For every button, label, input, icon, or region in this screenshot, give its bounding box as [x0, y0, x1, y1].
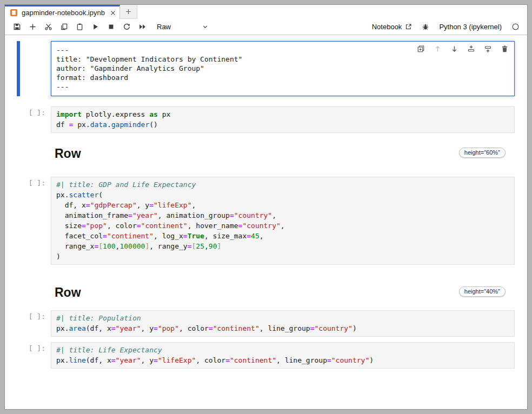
- active-cell-collapser[interactable]: [17, 41, 20, 96]
- cell-gutter: [ ]:: [5, 342, 51, 369]
- height-option-badge: height="60%": [459, 148, 506, 158]
- markdown-cell[interactable]: Rowheight="60%": [55, 146, 506, 161]
- code-cell: [ ]:#| title: Populationpx.area(df, x="y…: [5, 310, 527, 337]
- code-cell-editor[interactable]: #| title: Life Expectancypx.line(df, x="…: [51, 342, 515, 369]
- code-line: animation_frame="year", animation_group=…: [56, 210, 509, 221]
- code-token: "continent": [107, 232, 154, 240]
- code-token: 100: [103, 242, 115, 250]
- markdown-cell[interactable]: Rowheight="40%": [55, 285, 506, 300]
- code-line: df, x="gdpPercap", y="lifeExp",: [56, 200, 509, 210]
- code-token: as: [149, 110, 158, 118]
- new-tab-button[interactable]: [120, 5, 137, 19]
- code-token: area: [69, 324, 85, 332]
- insert-cell-below-button[interactable]: [25, 20, 41, 34]
- close-tab-icon[interactable]: [110, 10, 116, 16]
- execution-prompt: [ ]:: [29, 109, 45, 117]
- cell-type-value: Raw: [157, 23, 171, 31]
- restart-kernel-button[interactable]: [119, 20, 135, 34]
- code-cell: [ ]:#| title: Life Expectancypx.line(df,…: [5, 342, 527, 369]
- save-button[interactable]: [9, 20, 25, 34]
- code-token: ---: [56, 83, 69, 91]
- copy-cells-button[interactable]: [56, 20, 72, 34]
- markdown-heading: Row: [55, 285, 81, 300]
- code-line: ---: [56, 82, 509, 91]
- code-cell: [ ]:import plotly.express as pxdf = px.d…: [5, 106, 527, 133]
- external-link-icon: [405, 23, 412, 30]
- code-token: =: [225, 356, 230, 364]
- code-token: =: [86, 201, 90, 209]
- raw-cell-editor[interactable]: ---title: "Development Indicators by Con…: [51, 41, 515, 96]
- run-all-cells-button[interactable]: [135, 20, 150, 34]
- code-token: facet_col: [56, 232, 103, 240]
- notebook-label: Notebook: [372, 23, 402, 31]
- interrupt-kernel-button[interactable]: [103, 20, 119, 34]
- code-token: #| title: Life Expectancy: [56, 346, 162, 354]
- code-cell-editor[interactable]: #| title: Populationpx.area(df, x="year"…: [51, 310, 515, 337]
- code-token: "country": [242, 222, 280, 230]
- toolbar-right-group: Notebook Python 3 (ipykernel): [372, 23, 520, 31]
- open-in-notebook-button[interactable]: Notebook: [372, 23, 413, 31]
- code-token: (: [98, 191, 103, 199]
- code-line: #| title: Population: [56, 313, 509, 323]
- code-line: title: "Development Indicators by Contin…: [56, 55, 509, 64]
- cell-gutter: [ ]:: [5, 310, 51, 337]
- tab-bar: gapminder-notebook.ipynb: [5, 5, 527, 19]
- code-line: px.scatter(: [56, 190, 509, 200]
- code-token: ): [56, 252, 61, 261]
- duplicate-cell-button[interactable]: [417, 45, 425, 53]
- code-token: "country": [331, 356, 369, 364]
- raw-cell: ---title: "Development Indicators by Con…: [5, 41, 527, 96]
- insert-cell-above-icon: [467, 45, 475, 53]
- code-token: "country": [234, 211, 272, 219]
- insert-cell-above-button[interactable]: [467, 45, 475, 53]
- duplicate-cell-icon: [417, 45, 425, 53]
- execution-prompt: [ ]:: [29, 312, 45, 320]
- code-token: 25: [196, 242, 204, 250]
- markdown-heading: Row: [55, 146, 81, 161]
- notebook-file-icon: [10, 9, 18, 17]
- kernel-name[interactable]: Python 3 (ipykernel): [439, 23, 502, 31]
- code-token: "pop": [158, 324, 179, 332]
- code-token: =: [183, 232, 188, 240]
- paste-cells-button[interactable]: [72, 20, 88, 34]
- code-line: facet_col="continent", log_x=True, size_…: [56, 231, 509, 241]
- code-token: , y: [141, 324, 154, 332]
- code-token: , y: [141, 356, 154, 364]
- move-cell-down-button[interactable]: [450, 45, 458, 53]
- code-token: , color: [196, 356, 225, 364]
- cell-toolbar: [417, 45, 509, 53]
- delete-cell-button[interactable]: [501, 45, 509, 53]
- code-token: =: [230, 211, 234, 219]
- interrupt-kernel-icon: [107, 23, 115, 31]
- code-token: ,: [281, 222, 285, 230]
- code-token: "lifeExp": [158, 356, 196, 364]
- code-token: title: "Development Indicators by Contin…: [56, 55, 242, 63]
- code-token: px.: [73, 121, 90, 129]
- tab-gapminder-notebook[interactable]: gapminder-notebook.ipynb: [5, 5, 120, 19]
- debugger-bug-icon[interactable]: [422, 23, 429, 31]
- code-token: "year": [116, 324, 141, 332]
- code-cell-editor[interactable]: #| title: GDP and Life Expectancypx.scat…: [51, 177, 515, 265]
- code-line: format: dashboard: [56, 73, 509, 82]
- code-token: , color: [107, 222, 137, 230]
- cell-type-dropdown[interactable]: Raw: [157, 23, 209, 31]
- code-token: , animation_group: [158, 211, 230, 219]
- run-cell-button[interactable]: [88, 20, 103, 34]
- code-token: , line_group: [260, 324, 310, 332]
- code-token: "country": [314, 324, 352, 332]
- move-cell-up-icon: [434, 45, 442, 53]
- code-token: ,: [191, 201, 196, 209]
- copy-cells-icon: [60, 23, 68, 31]
- code-token: "continent": [230, 356, 276, 364]
- kernel-status-icon: [511, 23, 520, 31]
- insert-cell-below-button[interactable]: [484, 45, 492, 53]
- code-token: , line_group: [276, 356, 327, 364]
- code-cell: [ ]:#| title: GDP and Life Expectancypx.…: [5, 177, 527, 265]
- code-token: =: [327, 356, 331, 364]
- cut-cells-button[interactable]: [41, 20, 56, 34]
- move-cell-up-button[interactable]: [434, 45, 442, 53]
- code-cell-editor[interactable]: import plotly.express as pxdf = px.data.…: [51, 106, 515, 133]
- code-token: df: [56, 121, 69, 129]
- insert-cell-below-icon: [29, 23, 37, 31]
- code-token: =: [111, 324, 116, 332]
